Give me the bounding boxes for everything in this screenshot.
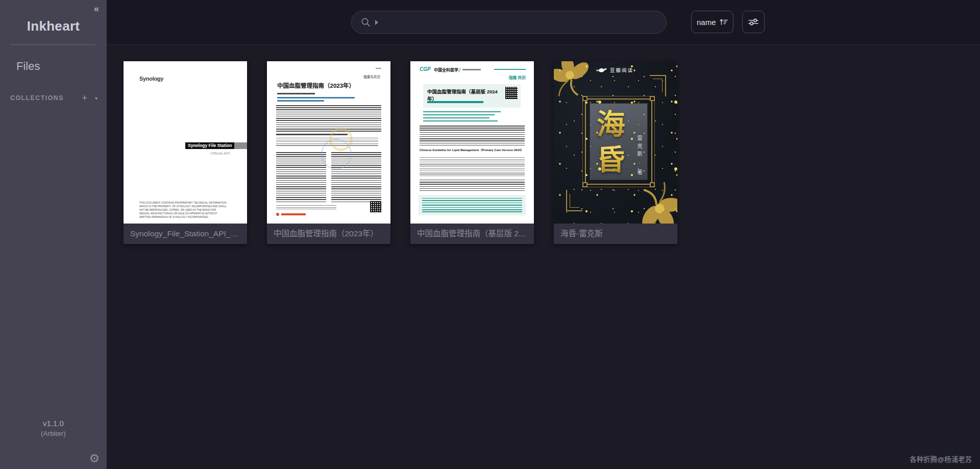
corner-ornament-top-right	[650, 75, 666, 96]
book-title: 海昏-雷克斯	[554, 224, 677, 244]
cover-legal-text: THIS DOCUMENT CONTAINS PROPRIETARY TECHN…	[139, 201, 227, 219]
cover-panel: 海 昏 雷克斯·著	[590, 103, 648, 180]
book-cover-guideline-2023: ·指南与共识· 中国血脂管理指南（2023年）	[267, 61, 390, 224]
search-icon	[361, 17, 371, 27]
filter-button[interactable]	[742, 11, 765, 33]
cover-journal-name: 中国全科医学	[434, 67, 458, 72]
topbar: name	[107, 0, 980, 45]
book-title: 中国血脂管理指南（基层版 2...	[410, 224, 534, 244]
cover-journal-logo: CGP	[420, 66, 431, 72]
publisher-name: 豆瓣阅读	[610, 66, 633, 73]
cover-title-box: 中国血脂管理指南（基层版 2024 年）	[423, 84, 521, 108]
cover-author: 雷克斯·著	[636, 135, 644, 178]
cover-section-tag: ·指南与共识·	[362, 74, 381, 79]
book-title: 中国血脂管理指南（2023年）	[267, 224, 390, 244]
book-card-haihun[interactable]: 豆瓣阅读 海 昏 雷克斯·著 海昏-雷	[554, 61, 677, 244]
publisher-logo: 豆瓣阅读	[554, 66, 677, 73]
collections-label: COLLECTIONS	[10, 94, 64, 102]
sidebar-item-files[interactable]: Files	[16, 60, 40, 73]
book-cover-synology: Synology Synology File Station Official …	[124, 61, 247, 224]
book-cover-haihun: 豆瓣阅读 海 昏 雷克斯·著	[554, 61, 677, 224]
book-title: Synology_File_Station_API_G...	[124, 224, 247, 244]
version-block: v1.1.0 (Arbiter)	[0, 419, 107, 437]
book-card-synology[interactable]: Synology Synology File Station Official …	[124, 61, 247, 244]
cover-section-tag: ·指南·共识·	[508, 75, 527, 80]
seal-watermark-outer	[321, 139, 352, 169]
bird-icon	[598, 67, 607, 73]
add-collection-icon[interactable]: +	[82, 94, 87, 102]
qr-code	[505, 87, 518, 99]
sort-button-label: name	[697, 18, 716, 27]
sidebar: « Inkheart Files COLLECTIONS + ▾ v1.1.0 …	[0, 0, 107, 469]
app-edition: (Arbiter)	[0, 430, 107, 437]
cover-reference-box	[419, 195, 526, 215]
search-caret-icon	[375, 20, 378, 25]
book-cover-guideline-2024: CGP 中国全科医学 ·指南·共识· 中国血脂管理指南（基层版 2024	[410, 61, 534, 224]
corner-ornament-bottom-left	[566, 190, 582, 211]
book-grid: Synology Synology File Station Official …	[124, 61, 677, 244]
watermark-text: 各种折腾@杨浦老苏	[910, 454, 972, 464]
cover-frame: 海 昏 雷克斯·著	[585, 98, 652, 185]
content-area: Synology Synology File Station Official …	[107, 45, 980, 469]
cover-doc-title: 中国血脂管理指南（2023年）	[277, 81, 355, 89]
search-bar[interactable]	[351, 11, 667, 34]
book-card-guideline-2023[interactable]: ·指南与共识· 中国血脂管理指南（2023年） 中国血脂管理指南（2023年）	[267, 61, 390, 244]
sidebar-divider	[10, 44, 95, 45]
sort-ascending-icon	[719, 17, 728, 27]
sort-button[interactable]: name	[691, 11, 733, 33]
app-version: v1.1.0	[0, 419, 107, 428]
sidebar-collapse-icon[interactable]: «	[94, 4, 99, 14]
search-input[interactable]	[383, 18, 659, 27]
cover-doc-title: 中国血脂管理指南（基层版 2024 年）	[427, 88, 501, 102]
qr-code	[370, 201, 381, 212]
filter-sliders-icon	[748, 17, 759, 27]
collections-caret-icon[interactable]: ▾	[95, 95, 97, 101]
settings-gear-icon[interactable]: ⚙	[89, 452, 100, 465]
cover-english-title: Chinese Guideline for Lipid Management（P…	[420, 148, 524, 152]
cover-main-title: 海 昏	[590, 107, 632, 177]
cover-banner-text: Synology File Station	[185, 142, 234, 149]
cover-subtitle: Official API	[210, 151, 230, 156]
cover-logo-text: Synology	[139, 76, 163, 82]
collections-header: COLLECTIONS + ▾	[10, 94, 97, 102]
app-title: Inkheart	[0, 18, 107, 34]
book-card-guideline-2024[interactable]: CGP 中国全科医学 ·指南·共识· 中国血脂管理指南（基层版 2024	[410, 61, 534, 244]
cover-banner: Synology File Station	[185, 142, 247, 149]
